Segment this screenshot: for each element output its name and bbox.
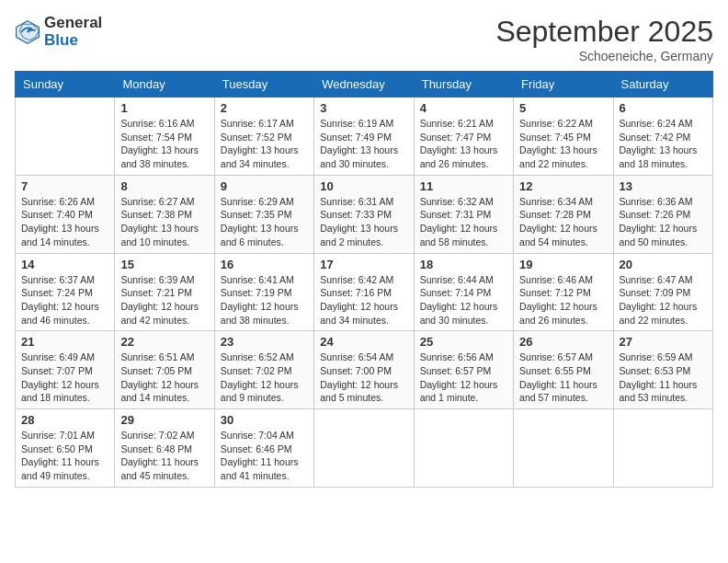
day-header-sunday: Sunday (16, 72, 115, 98)
day-info: Sunrise: 6:56 AMSunset: 6:57 PMDaylight:… (420, 350, 507, 405)
month-title: September 2025 (495, 15, 713, 49)
day-number: 10 (320, 179, 407, 193)
day-number: 30 (221, 413, 308, 427)
day-info: Sunrise: 7:04 AMSunset: 6:46 PMDaylight:… (221, 429, 308, 483)
day-header-saturday: Saturday (613, 72, 712, 98)
calendar-cell: 16 Sunrise: 6:41 AMSunset: 7:19 PMDaylig… (214, 253, 313, 331)
calendar-cell: 2 Sunrise: 6:17 AMSunset: 7:52 PMDayligh… (214, 98, 313, 176)
day-info: Sunrise: 7:02 AMSunset: 6:48 PMDaylight:… (120, 429, 208, 483)
day-info: Sunrise: 6:47 AMSunset: 7:09 PMDaylight:… (620, 273, 707, 327)
day-number: 18 (420, 258, 507, 271)
logo: General Blue (15, 15, 102, 49)
calendar-week-row: 28 Sunrise: 7:01 AMSunset: 6:50 PMDaylig… (16, 409, 713, 488)
calendar-cell: 7 Sunrise: 6:26 AMSunset: 7:40 PMDayligh… (16, 175, 115, 253)
calendar-week-row: 1 Sunrise: 6:16 AMSunset: 7:54 PMDayligh… (16, 98, 713, 176)
calendar-cell: 14 Sunrise: 6:37 AMSunset: 7:24 PMDaylig… (16, 253, 115, 331)
day-info: Sunrise: 6:37 AMSunset: 7:24 PMDaylight:… (21, 273, 108, 327)
calendar-cell: 29 Sunrise: 7:02 AMSunset: 6:48 PMDaylig… (115, 409, 214, 488)
calendar-cell: 10 Sunrise: 6:31 AMSunset: 7:33 PMDaylig… (314, 175, 414, 253)
day-info: Sunrise: 6:34 AMSunset: 7:28 PMDaylight:… (519, 195, 607, 249)
calendar-cell: 23 Sunrise: 6:52 AMSunset: 7:02 PMDaylig… (214, 331, 313, 409)
day-info: Sunrise: 6:44 AMSunset: 7:14 PMDaylight:… (420, 273, 507, 327)
day-info: Sunrise: 6:59 AMSunset: 6:53 PMDaylight:… (620, 350, 707, 405)
calendar-cell (16, 98, 115, 176)
day-number: 19 (519, 258, 607, 271)
logo-general-text: General (44, 15, 102, 32)
day-number: 28 (21, 413, 108, 427)
day-number: 2 (221, 101, 308, 115)
day-info: Sunrise: 6:39 AMSunset: 7:21 PMDaylight:… (120, 273, 208, 327)
day-info: Sunrise: 6:17 AMSunset: 7:52 PMDaylight:… (221, 117, 308, 171)
day-number: 8 (120, 179, 208, 193)
calendar-cell: 19 Sunrise: 6:46 AMSunset: 7:12 PMDaylig… (514, 253, 613, 331)
calendar-cell: 18 Sunrise: 6:44 AMSunset: 7:14 PMDaylig… (414, 253, 513, 331)
calendar-cell (314, 409, 414, 488)
day-info: Sunrise: 6:32 AMSunset: 7:31 PMDaylight:… (420, 195, 507, 249)
calendar-cell: 28 Sunrise: 7:01 AMSunset: 6:50 PMDaylig… (16, 409, 115, 488)
day-number: 4 (420, 101, 507, 115)
day-info: Sunrise: 6:49 AMSunset: 7:07 PMDaylight:… (21, 350, 108, 405)
day-header-wednesday: Wednesday (314, 72, 414, 98)
calendar-cell: 9 Sunrise: 6:29 AMSunset: 7:35 PMDayligh… (214, 175, 313, 253)
calendar-week-row: 21 Sunrise: 6:49 AMSunset: 7:07 PMDaylig… (16, 331, 713, 409)
day-header-monday: Monday (115, 72, 214, 98)
day-number: 13 (620, 179, 707, 193)
day-number: 11 (420, 179, 507, 193)
day-info: Sunrise: 6:57 AMSunset: 6:55 PMDaylight:… (519, 350, 607, 405)
calendar-cell: 6 Sunrise: 6:24 AMSunset: 7:42 PMDayligh… (613, 98, 712, 176)
day-info: Sunrise: 6:42 AMSunset: 7:16 PMDaylight:… (320, 273, 407, 327)
day-number: 1 (120, 101, 208, 115)
day-number: 14 (21, 258, 108, 271)
day-number: 21 (21, 335, 108, 349)
location: Schoeneiche, Germany (495, 49, 713, 63)
calendar-cell: 1 Sunrise: 6:16 AMSunset: 7:54 PMDayligh… (115, 98, 214, 176)
calendar-cell: 24 Sunrise: 6:54 AMSunset: 7:00 PMDaylig… (314, 331, 414, 409)
day-info: Sunrise: 6:21 AMSunset: 7:47 PMDaylight:… (420, 117, 507, 171)
page-header: General Blue September 2025 Schoeneiche,… (15, 15, 713, 63)
calendar-cell: 20 Sunrise: 6:47 AMSunset: 7:09 PMDaylig… (613, 253, 712, 331)
day-info: Sunrise: 6:29 AMSunset: 7:35 PMDaylight:… (221, 195, 308, 249)
day-info: Sunrise: 6:54 AMSunset: 7:00 PMDaylight:… (320, 350, 407, 405)
day-number: 12 (519, 179, 607, 193)
day-info: Sunrise: 6:52 AMSunset: 7:02 PMDaylight:… (221, 350, 308, 405)
day-info: Sunrise: 6:36 AMSunset: 7:26 PMDaylight:… (620, 195, 707, 249)
day-info: Sunrise: 6:27 AMSunset: 7:38 PMDaylight:… (120, 195, 208, 249)
calendar-header-row: SundayMondayTuesdayWednesdayThursdayFrid… (16, 72, 713, 98)
day-number: 15 (120, 258, 208, 271)
day-info: Sunrise: 6:19 AMSunset: 7:49 PMDaylight:… (320, 117, 407, 171)
day-info: Sunrise: 6:24 AMSunset: 7:42 PMDaylight:… (620, 117, 707, 171)
calendar-week-row: 7 Sunrise: 6:26 AMSunset: 7:40 PMDayligh… (16, 175, 713, 253)
calendar-cell (613, 409, 712, 488)
day-number: 26 (519, 335, 607, 349)
calendar-cell: 25 Sunrise: 6:56 AMSunset: 6:57 PMDaylig… (414, 331, 513, 409)
calendar-cell: 21 Sunrise: 6:49 AMSunset: 7:07 PMDaylig… (16, 331, 115, 409)
day-number: 5 (519, 101, 607, 115)
day-number: 22 (120, 335, 208, 349)
day-number: 7 (21, 179, 108, 193)
calendar-cell: 5 Sunrise: 6:22 AMSunset: 7:45 PMDayligh… (514, 98, 613, 176)
calendar-cell (414, 409, 513, 488)
day-info: Sunrise: 6:41 AMSunset: 7:19 PMDaylight:… (221, 273, 308, 327)
day-header-friday: Friday (514, 72, 613, 98)
day-header-tuesday: Tuesday (214, 72, 313, 98)
calendar-cell: 4 Sunrise: 6:21 AMSunset: 7:47 PMDayligh… (414, 98, 513, 176)
day-number: 17 (320, 258, 407, 271)
day-info: Sunrise: 6:51 AMSunset: 7:05 PMDaylight:… (120, 350, 208, 405)
day-number: 16 (221, 258, 308, 271)
day-info: Sunrise: 7:01 AMSunset: 6:50 PMDaylight:… (21, 429, 108, 483)
day-info: Sunrise: 6:31 AMSunset: 7:33 PMDaylight:… (320, 195, 407, 249)
calendar-cell: 8 Sunrise: 6:27 AMSunset: 7:38 PMDayligh… (115, 175, 214, 253)
title-section: September 2025 Schoeneiche, Germany (495, 15, 713, 63)
day-info: Sunrise: 6:22 AMSunset: 7:45 PMDaylight:… (519, 117, 607, 171)
day-number: 27 (620, 335, 707, 349)
calendar-cell: 3 Sunrise: 6:19 AMSunset: 7:49 PMDayligh… (314, 98, 414, 176)
calendar-cell: 11 Sunrise: 6:32 AMSunset: 7:31 PMDaylig… (414, 175, 513, 253)
day-number: 24 (320, 335, 407, 349)
calendar-cell: 13 Sunrise: 6:36 AMSunset: 7:26 PMDaylig… (613, 175, 712, 253)
calendar-table: SundayMondayTuesdayWednesdayThursdayFrid… (15, 71, 713, 488)
day-number: 6 (620, 101, 707, 115)
calendar-cell (514, 409, 613, 488)
calendar-week-row: 14 Sunrise: 6:37 AMSunset: 7:24 PMDaylig… (16, 253, 713, 331)
day-header-thursday: Thursday (414, 72, 513, 98)
calendar-cell: 30 Sunrise: 7:04 AMSunset: 6:46 PMDaylig… (214, 409, 313, 488)
